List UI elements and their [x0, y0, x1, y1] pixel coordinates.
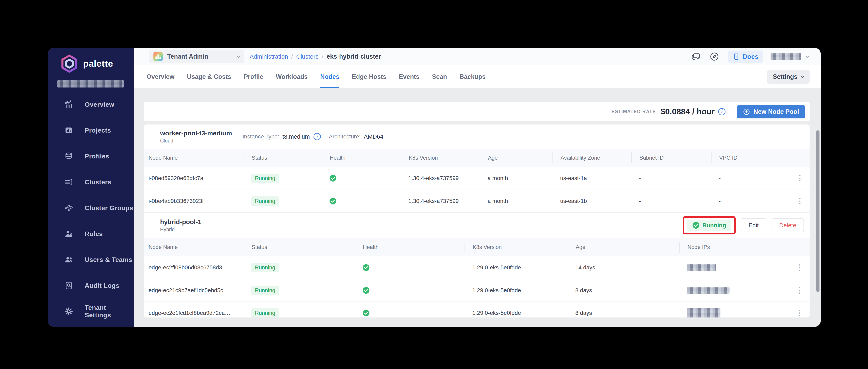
pool-type: Hybrid [160, 226, 202, 233]
breadcrumb: Administration / Clusters / eks-hybrid-c… [250, 53, 381, 60]
architecture-value: AMD64 [364, 133, 383, 140]
sidebar-item-roles[interactable]: Roles [48, 221, 134, 247]
sidebar-item-profiles[interactable]: Profiles [48, 143, 134, 169]
table-header: Node Name Status Health K8s Version Age … [144, 238, 810, 256]
sidebar-item-audit-logs[interactable]: Audit Logs [48, 273, 134, 299]
user-menu-chevron-icon[interactable] [806, 54, 810, 58]
app-window: palette Overview [48, 48, 821, 327]
estimated-rate-value: $0.0884 / hour [661, 107, 715, 116]
scope-selector[interactable]: Tenant Admin [149, 50, 244, 63]
sidebar-item-label: Tenant Settings [85, 304, 134, 319]
node-name: i-0be4ab9b33673023f [144, 198, 244, 204]
sidebar-item-label: Overview [85, 101, 114, 108]
delete-button[interactable]: Delete [772, 218, 804, 233]
sidebar-item-tenant-settings[interactable]: Tenant Settings [48, 299, 134, 324]
tab-usage-costs[interactable]: Usage & Costs [187, 65, 231, 88]
new-node-pool-button[interactable]: New Node Pool [737, 105, 805, 118]
tabs-bar: Overview Usage & Costs Profile Workloads… [134, 65, 821, 88]
sidebar-item-label: Clusters [85, 179, 112, 186]
tab-backups[interactable]: Backups [460, 65, 486, 88]
plus-circle-icon [743, 108, 750, 115]
tab-scan[interactable]: Scan [432, 65, 447, 88]
tab-workloads[interactable]: Workloads [276, 65, 308, 88]
instance-type-value: t3.medium [282, 133, 310, 140]
scope-label: Tenant Admin [167, 53, 208, 60]
kebab-menu-icon[interactable] [798, 263, 802, 272]
kebab-menu-icon[interactable] [798, 196, 802, 206]
column-k8s-version: K8s Version [401, 152, 480, 163]
node-name: edge-ec2e1fcd1cf8bea9d72ca… [144, 310, 244, 316]
check-circle-icon [692, 222, 700, 229]
sidebar-item-clusters[interactable]: Clusters [48, 169, 134, 195]
column-status: Status [244, 152, 321, 163]
sidebar-item-label: Roles [85, 230, 103, 238]
palette-logo-icon [60, 54, 79, 73]
table-row: i-08ed59320e68dfc7a Running 1.30.4-eks-a… [144, 167, 810, 189]
edit-button[interactable]: Edit [741, 218, 766, 233]
collapse-chevron-icon[interactable] [150, 135, 150, 139]
pool-title-block: worker-pool-t3-medium Cloud [160, 129, 232, 144]
cluster-tabs: Overview Usage & Costs Profile Workloads… [147, 65, 486, 88]
sidebar-item-projects[interactable]: Projects [48, 117, 134, 143]
tenant-admin-icon [153, 52, 163, 61]
chat-icon[interactable] [691, 52, 701, 61]
docs-button[interactable]: Docs [728, 51, 763, 63]
breadcrumb-link-administration[interactable]: Administration [250, 53, 288, 60]
kebab-menu-icon[interactable] [798, 286, 802, 295]
settings-button[interactable]: Settings [767, 70, 810, 84]
info-icon[interactable] [313, 133, 321, 140]
age: 8 days [568, 310, 679, 316]
breadcrumb-separator: / [291, 53, 293, 60]
collapse-chevron-icon[interactable] [150, 223, 150, 227]
audit-logs-icon [64, 281, 73, 290]
sidebar-item-users-teams[interactable]: Users & Teams [48, 247, 134, 273]
node-name: edge-ec2ff08b06d03c6758d3… [144, 264, 244, 271]
tab-nodes[interactable]: Nodes [320, 65, 339, 88]
architecture-label: Architecture: [329, 133, 361, 140]
k8s-version: 1.29.0-eks-5e0fdde [465, 264, 568, 271]
pool-status-label: Running [703, 222, 726, 229]
sidebar-item-overview[interactable]: Overview [48, 92, 134, 117]
compass-icon[interactable] [710, 52, 719, 61]
tab-profile[interactable]: Profile [244, 65, 263, 88]
sidebar: palette Overview [48, 48, 134, 327]
chevron-down-icon [801, 74, 805, 78]
sidebar-item-cluster-groups[interactable]: Cluster Groups [48, 195, 134, 221]
column-node-name: Node Name [144, 152, 244, 163]
vpc-id: - [711, 198, 790, 204]
subnet-id: - [631, 175, 711, 182]
pool-status-badge: Running [687, 220, 732, 231]
table-row: edge-ec2ff08b06d03c6758d3… Running 1.29.… [144, 256, 810, 279]
breadcrumb-link-clusters[interactable]: Clusters [296, 53, 318, 60]
tab-events[interactable]: Events [399, 65, 420, 88]
status-badge: Running [251, 174, 279, 183]
age: 8 days [568, 287, 679, 294]
k8s-version: 1.30.4-eks-a737599 [401, 198, 480, 204]
health-ok-icon [321, 175, 401, 182]
main-content: Tenant Admin Administration / Clusters /… [134, 48, 821, 327]
age: 14 days [568, 264, 679, 271]
vertical-scrollbar[interactable] [816, 130, 819, 292]
pool-meta: Instance Type: t3.medium Architecture: A… [243, 133, 383, 140]
kebab-menu-icon[interactable] [798, 309, 802, 317]
annotation-highlight-box: Running [683, 216, 736, 235]
health-ok-icon [355, 287, 465, 294]
tab-overview[interactable]: Overview [147, 65, 175, 88]
instance-type-label: Instance Type: [243, 133, 279, 140]
settings-label: Settings [773, 73, 798, 81]
info-icon[interactable] [718, 108, 725, 115]
tab-edge-hosts[interactable]: Edge Hosts [352, 65, 386, 88]
node-ips-redacted [687, 264, 716, 271]
age: a month [480, 175, 553, 182]
new-node-pool-label: New Node Pool [753, 108, 799, 115]
sidebar-item-label: Cluster Groups [85, 204, 133, 212]
chevron-down-icon [237, 54, 241, 58]
subnet-id: - [631, 198, 711, 204]
pool-name: worker-pool-t3-medium [160, 129, 232, 137]
kebab-menu-icon[interactable] [798, 174, 802, 183]
availability-zone: us-east-1a [553, 175, 631, 182]
cluster-groups-icon [64, 204, 73, 212]
sidebar-nav: Overview Projects [48, 92, 134, 324]
node-name: i-08ed59320e68dfc7a [144, 175, 244, 182]
projects-icon [64, 126, 73, 134]
